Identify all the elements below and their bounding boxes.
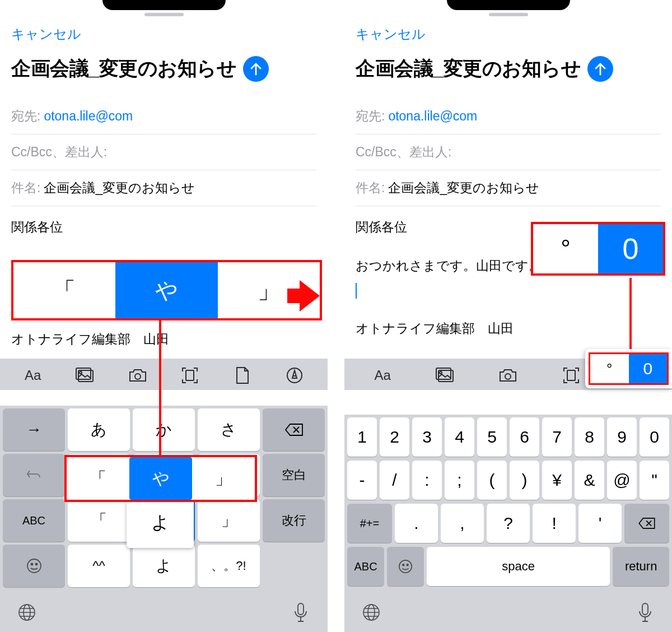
mail-title: 企画会議_変更のお知らせ [356,55,581,82]
key-5[interactable]: 5 [477,417,507,457]
flick-kb-center[interactable]: や [129,457,192,500]
flick-left-bracket[interactable]: 「 [13,262,115,318]
key-space[interactable]: 空白 [263,454,325,496]
zero-small-zero[interactable]: 0 [629,354,668,383]
key-abc-mode[interactable]: ABC [347,547,384,586]
key-amp[interactable]: & [575,461,604,500]
key-lparen[interactable]: ( [477,461,507,500]
key-exclaim[interactable]: ! [533,504,576,543]
scan-doc-button[interactable] [176,364,203,387]
key-return[interactable]: return [613,547,669,586]
key-emoji[interactable] [387,547,424,586]
svg-point-15 [505,374,511,379]
svg-point-19 [407,564,408,566]
photo-library-button[interactable] [432,364,459,387]
key-2[interactable]: 2 [380,417,409,457]
subject-field[interactable]: 件名: 企画会議_変更のお知らせ [356,170,661,206]
key-9[interactable]: 9 [607,417,637,457]
mic-button[interactable] [634,601,656,624]
svg-point-18 [403,564,404,566]
key-ra[interactable]: 」 [198,499,260,542]
send-button[interactable] [587,56,613,82]
key-sa[interactable]: さ [198,408,260,451]
key-tab[interactable]: → [3,408,65,451]
key-quote[interactable]: " [640,461,669,500]
phone-left: キャンセル 企画会議_変更のお知らせ 宛先: otona.lile@com Cc… [0,0,328,632]
attach-file-button[interactable] [229,364,256,387]
key-rparen[interactable]: ) [510,461,539,500]
svg-rect-4 [186,370,194,380]
mail-body[interactable]: 関係各位 [11,206,316,238]
arrow-up-icon [250,62,262,76]
key-a[interactable]: あ [68,408,130,451]
camera-button[interactable] [494,364,521,387]
to-field[interactable]: 宛先: otona.lile@com [356,99,661,134]
sheet-handle[interactable] [489,13,528,16]
key-comma[interactable]: , [441,504,484,543]
key-ka[interactable]: か [133,408,195,451]
key-wa[interactable]: よ [133,545,195,587]
key-sym-mode[interactable]: #+= [347,504,392,543]
key-0[interactable]: 0 [640,417,669,457]
key-3[interactable]: 3 [412,417,442,457]
key-1[interactable]: 1 [347,417,377,457]
signature: オトナライフ編集部 山田 [356,318,661,340]
svg-rect-22 [642,603,648,615]
flick-center-ya[interactable]: や [115,262,217,318]
key-backspace[interactable] [263,408,325,451]
key-question[interactable]: ? [487,504,530,543]
key-emoji[interactable] [3,545,65,587]
cancel-button[interactable]: キャンセル [11,25,81,43]
kb-row-2: - / : ; ( ) ¥ & @ " [347,461,669,500]
key-8[interactable]: 8 [575,417,604,457]
subject-field[interactable]: 件名: 企画会議_変更のお知らせ [11,170,316,206]
key-6[interactable]: 6 [510,417,539,457]
key-backspace[interactable] [624,504,669,543]
send-button[interactable] [243,56,269,82]
camera-button[interactable] [124,364,151,387]
zero-flick-degree[interactable]: ° [533,224,598,273]
document-icon [235,366,250,384]
key-sym[interactable]: ^^ [68,545,130,587]
zero-small-degree[interactable]: ° [590,354,629,383]
flick-kb-right[interactable]: 」 [192,457,255,500]
svg-point-2 [80,371,82,374]
key-space[interactable]: space [427,547,610,586]
sheet-handle[interactable] [144,13,184,16]
key-colon[interactable]: : [412,461,442,500]
flick-kb-left[interactable]: 「 [67,457,129,500]
globe-button[interactable] [16,601,38,624]
key-return[interactable]: 改行 [263,499,325,542]
flick-popup-keyboard: 「 や 」 [64,455,257,502]
markup-button[interactable] [281,364,308,387]
camera-icon [128,368,147,383]
key-abc[interactable]: ABC [3,499,65,542]
key-7[interactable]: 7 [542,417,572,457]
key-semicolon[interactable]: ; [445,461,474,500]
cancel-button[interactable]: キャンセル [356,25,426,43]
to-field[interactable]: 宛先: otona.lile@com [11,99,316,134]
zero-flick-zero[interactable]: 0 [598,224,663,273]
key-ma[interactable]: 「 [68,499,130,542]
photo-library-button[interactable] [72,364,99,387]
key-punct[interactable]: 、。?! [198,545,260,587]
cc-field[interactable]: Cc/Bcc、差出人: [11,134,316,170]
mic-icon [293,602,309,622]
text-format-button[interactable]: Aa [20,364,46,387]
flick-popup-large: 「 や 」 [11,260,322,320]
key-slash[interactable]: / [380,461,409,500]
globe-button[interactable] [360,601,382,624]
text-format-button[interactable]: Aa [369,364,396,387]
cc-field[interactable]: Cc/Bcc、差出人: [356,134,661,170]
key-undo[interactable] [3,454,65,496]
key-period[interactable]: . [395,504,438,543]
undo-icon [26,468,42,482]
mic-button[interactable] [290,601,312,624]
arrow-right-icon [300,280,320,312]
key-yen[interactable]: ¥ [542,461,572,500]
key-dash[interactable]: - [347,461,377,500]
scan-doc-button[interactable] [558,364,585,387]
key-4[interactable]: 4 [445,417,474,457]
key-at[interactable]: @ [607,461,637,500]
key-apos[interactable]: ' [578,504,622,543]
